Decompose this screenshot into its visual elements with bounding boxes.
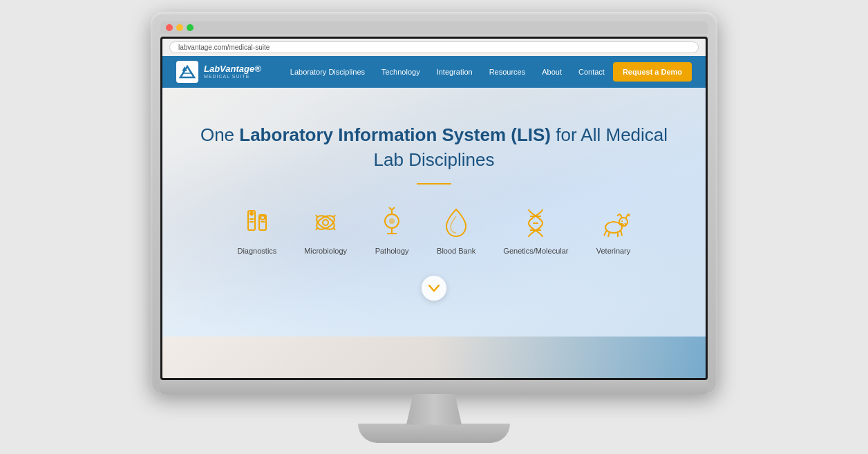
monitor-stand <box>358 394 510 443</box>
microbiology-icon <box>308 205 343 240</box>
scroll-indicator <box>190 276 678 301</box>
monitor-body: labvantage.com/medical-suite <box>151 12 717 394</box>
traffic-lights <box>166 24 194 31</box>
monitor-top-bar <box>160 21 708 34</box>
hero-divider <box>417 183 451 185</box>
diagnostics-label: Diagnostics <box>237 247 276 255</box>
diagnostics-icon <box>240 205 274 240</box>
veterinary-label: Veterinary <box>596 247 631 255</box>
nav-bar: LabVantage® MEDICAL SUITE Laboratory Dis… <box>162 56 706 88</box>
microbiology-label: Microbiology <box>304 247 347 255</box>
genetics-icon <box>518 205 553 240</box>
monitor-wrapper: labvantage.com/medical-suite <box>151 12 717 443</box>
nav-links: Laboratory Disciplines Technology Integr… <box>282 56 613 88</box>
svg-point-12 <box>314 213 337 232</box>
disciplines-grid: Diagnostics <box>190 205 678 255</box>
svg-point-13 <box>323 220 328 225</box>
svg-line-15 <box>334 215 335 217</box>
nav-link-about[interactable]: About <box>534 56 570 88</box>
hero-section: One Laboratory Information System (LIS) … <box>162 88 706 337</box>
scroll-down-button[interactable] <box>422 276 446 301</box>
hero-content: One Laboratory Information System (LIS) … <box>190 122 678 301</box>
svg-line-33 <box>621 230 622 236</box>
svg-point-34 <box>621 220 623 222</box>
genetics-label: Genetics/Molecular <box>503 247 568 255</box>
pathology-icon <box>375 205 409 240</box>
request-demo-button[interactable]: Request a Demo <box>613 62 692 82</box>
discipline-diagnostics[interactable]: Diagnostics <box>237 205 276 255</box>
nav-link-lab-disciplines[interactable]: Laboratory Disciplines <box>282 56 373 88</box>
close-button-light[interactable] <box>166 24 173 31</box>
nav-link-contact[interactable]: Contact <box>570 56 613 88</box>
svg-line-14 <box>316 215 317 217</box>
hero-title-prefix: One <box>200 124 239 145</box>
svg-point-10 <box>261 216 265 220</box>
screen: labvantage.com/medical-suite <box>162 39 706 378</box>
veterinary-icon <box>596 205 631 240</box>
minimize-button-light[interactable] <box>176 24 183 31</box>
maximize-button-light[interactable] <box>187 24 194 31</box>
screen-frame: labvantage.com/medical-suite <box>160 37 708 380</box>
address-bar-area: labvantage.com/medical-suite <box>162 39 706 56</box>
svg-rect-0 <box>178 62 197 82</box>
svg-line-30 <box>604 230 607 236</box>
nav-link-integration[interactable]: Integration <box>428 56 481 88</box>
discipline-pathology[interactable]: Pathology <box>375 205 409 255</box>
below-teaser-bg <box>162 337 706 378</box>
address-bar[interactable]: labvantage.com/medical-suite <box>169 41 699 53</box>
below-hero-teaser <box>162 337 706 378</box>
nav-logo: LabVantage® MEDICAL SUITE <box>176 61 261 83</box>
blood-bank-icon <box>439 205 473 240</box>
svg-line-21 <box>392 207 395 210</box>
logo-icon <box>176 61 198 83</box>
discipline-blood-bank[interactable]: Blood Bank <box>437 205 475 255</box>
discipline-microbiology[interactable]: Microbiology <box>304 205 347 255</box>
svg-line-17 <box>334 228 335 230</box>
hero-title: One Laboratory Information System (LIS) … <box>190 122 678 173</box>
discipline-genetics[interactable]: Genetics/Molecular <box>503 205 568 255</box>
hero-title-bold: Laboratory Information System (LIS) <box>239 124 551 145</box>
nav-link-resources[interactable]: Resources <box>481 56 534 88</box>
pathology-label: Pathology <box>375 247 409 255</box>
discipline-veterinary[interactable]: Veterinary <box>596 205 631 255</box>
svg-line-16 <box>316 228 317 230</box>
stand-base <box>358 424 510 443</box>
monitor-chin <box>160 380 708 394</box>
svg-point-24 <box>389 218 395 224</box>
blood-bank-label: Blood Bank <box>437 247 475 255</box>
logo-text: LabVantage® MEDICAL SUITE <box>204 64 261 79</box>
svg-point-9 <box>249 211 254 216</box>
stand-neck <box>406 394 462 425</box>
logo-product-name: MEDICAL SUITE <box>204 74 261 79</box>
logo-brand-name: LabVantage® <box>204 64 261 74</box>
nav-link-technology[interactable]: Technology <box>373 56 428 88</box>
